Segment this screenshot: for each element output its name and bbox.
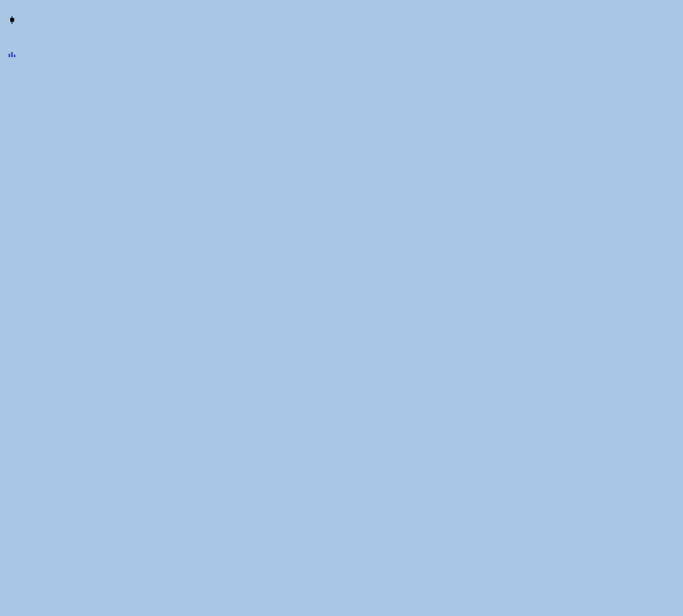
page-background [0,0,683,616]
chart-canvas [0,0,683,616]
stockcharts-page [0,0,683,616]
